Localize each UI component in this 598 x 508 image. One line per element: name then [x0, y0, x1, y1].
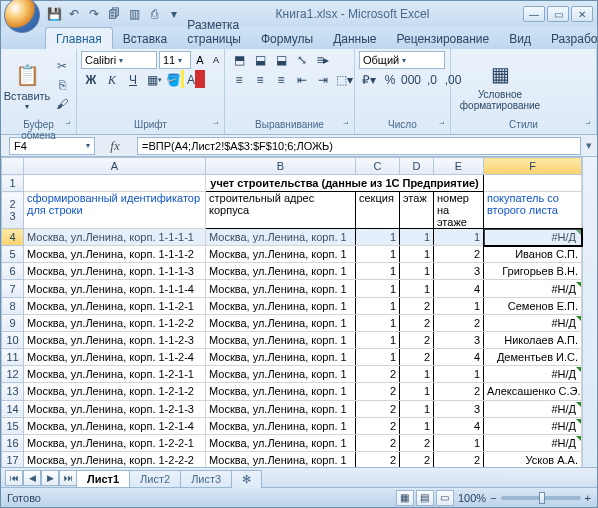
cell[interactable]: Москва, ул.Ленина, корп. 1-1-1-2 — [24, 246, 206, 263]
cut-icon[interactable]: ✂ — [53, 57, 71, 75]
zoom-out-icon[interactable]: − — [490, 492, 496, 504]
cell[interactable]: Москва, ул.Ленина, корп. 1 — [206, 314, 356, 331]
qat-icon-5[interactable]: ▥ — [126, 6, 142, 22]
row-header[interactable]: 1 — [2, 175, 24, 192]
cell[interactable]: 2 — [400, 314, 434, 331]
grow-font-icon[interactable]: A — [193, 54, 207, 66]
cell[interactable]: Москва, ул.Ленина, корп. 1 — [206, 349, 356, 366]
increase-decimal-icon[interactable]: ,0 — [422, 71, 442, 89]
cell-header[interactable]: этаж — [400, 192, 434, 229]
cell[interactable]: Москва, ул.Ленина, корп. 1 — [206, 434, 356, 451]
cell[interactable]: 4 — [434, 280, 484, 297]
tab-layout[interactable]: Разметка страницы — [177, 14, 251, 49]
cell[interactable]: Москва, ул.Ленина, корп. 1 — [206, 452, 356, 467]
cell[interactable]: Москва, ул.Ленина, корп. 1 — [206, 331, 356, 348]
cell[interactable]: Николаев А.П. — [484, 331, 582, 348]
cell[interactable]: 1 — [400, 280, 434, 297]
cell[interactable]: Москва, ул.Ленина, корп. 1-1-1-1 — [24, 229, 206, 246]
cell[interactable]: 2 — [356, 400, 400, 417]
paste-button[interactable]: 📋 Вставить ▾ — [5, 54, 49, 116]
row-header[interactable]: 4 — [2, 229, 24, 246]
cell[interactable]: 1 — [356, 263, 400, 280]
sheet-tab[interactable]: Лист1 — [76, 470, 130, 487]
cell[interactable]: 2 — [434, 246, 484, 263]
col-header[interactable]: C — [356, 158, 400, 175]
cell[interactable]: 1 — [400, 246, 434, 263]
align-center-icon[interactable]: ≡ — [250, 71, 270, 89]
tab-formulas[interactable]: Формулы — [251, 28, 323, 49]
number-format-combo[interactable]: Общий▾ — [359, 51, 445, 69]
cell[interactable]: Дементьев И.С. — [484, 349, 582, 366]
cell[interactable]: 2 — [400, 434, 434, 451]
row-header[interactable]: 11 — [2, 349, 24, 366]
cell[interactable]: Москва, ул.Ленина, корп. 1-2-1-2 — [24, 383, 206, 400]
cell[interactable]: 1 — [356, 349, 400, 366]
align-left-icon[interactable]: ≡ — [229, 71, 249, 89]
cell-header[interactable]: номер на этаже — [434, 192, 484, 229]
col-header[interactable]: F — [484, 158, 582, 175]
fx-icon[interactable]: fx — [110, 138, 119, 154]
format-painter-icon[interactable]: 🖌 — [53, 95, 71, 113]
italic-button[interactable]: К — [102, 71, 122, 89]
row-header[interactable]: 9 — [2, 314, 24, 331]
cell[interactable]: 4 — [434, 417, 484, 434]
row-header[interactable]: 6 — [2, 263, 24, 280]
cell[interactable]: 1 — [356, 280, 400, 297]
cell[interactable]: 2 — [356, 452, 400, 467]
cell[interactable]: 2 — [400, 349, 434, 366]
shrink-font-icon[interactable]: A — [209, 55, 223, 65]
cell[interactable]: Москва, ул.Ленина, корп. 1-2-1-3 — [24, 400, 206, 417]
zoom-in-icon[interactable]: + — [585, 492, 591, 504]
cell[interactable]: #Н/Д — [484, 229, 582, 246]
font-size-combo[interactable]: 11▾ — [159, 51, 191, 69]
cell[interactable]: Москва, ул.Ленина, корп. 1 — [206, 417, 356, 434]
cell[interactable]: 1 — [400, 229, 434, 246]
merge-icon[interactable]: ⬚▾ — [334, 71, 354, 89]
zoom-slider[interactable] — [501, 496, 581, 500]
increase-indent-icon[interactable]: ⇥ — [313, 71, 333, 89]
page-break-view-icon[interactable]: ▭ — [436, 490, 454, 506]
normal-view-icon[interactable]: ▦ — [396, 490, 414, 506]
row-header[interactable]: 16 — [2, 434, 24, 451]
row-header[interactable]: 7 — [2, 280, 24, 297]
cell[interactable]: 1 — [356, 314, 400, 331]
orientation-icon[interactable]: ⤡ — [292, 51, 312, 69]
col-header[interactable]: A — [24, 158, 206, 175]
tab-review[interactable]: Рецензирование — [387, 28, 500, 49]
cell[interactable]: Москва, ул.Ленина, корп. 1-2-1-1 — [24, 366, 206, 383]
cell[interactable]: Иванов С.П. — [484, 246, 582, 263]
cell[interactable]: #Н/Д — [484, 366, 582, 383]
cell[interactable]: Москва, ул.Ленина, корп. 1-1-2-2 — [24, 314, 206, 331]
cell[interactable]: 1 — [356, 229, 400, 246]
cell-header[interactable]: сформированный идентификатор для строки — [24, 192, 206, 229]
cell[interactable]: #Н/Д — [484, 417, 582, 434]
first-sheet-icon[interactable]: ⏮ — [5, 470, 23, 486]
cell[interactable]: Москва, ул.Ленина, корп. 1-1-2-4 — [24, 349, 206, 366]
cell[interactable]: 3 — [434, 263, 484, 280]
cell[interactable] — [24, 175, 206, 192]
prev-sheet-icon[interactable]: ◀ — [23, 470, 41, 486]
cell[interactable]: 1 — [400, 400, 434, 417]
cell[interactable]: Усков А.А. — [484, 452, 582, 467]
cell[interactable]: 2 — [400, 331, 434, 348]
row-header[interactable]: 23 — [2, 192, 24, 229]
zoom-level[interactable]: 100% — [458, 492, 486, 504]
tab-view[interactable]: Вид — [499, 28, 541, 49]
tab-data[interactable]: Данные — [323, 28, 386, 49]
cell[interactable]: 1 — [356, 297, 400, 314]
cell[interactable]: Москва, ул.Ленина, корп. 1-2-1-4 — [24, 417, 206, 434]
row-header[interactable]: 17 — [2, 452, 24, 467]
cell[interactable]: Москва, ул.Ленина, корп. 1-1-2-3 — [24, 331, 206, 348]
decrease-indent-icon[interactable]: ⇤ — [292, 71, 312, 89]
cell[interactable]: 1 — [434, 297, 484, 314]
underline-button[interactable]: Ч — [123, 71, 143, 89]
tab-developer[interactable]: Разработчик — [541, 28, 598, 49]
cell[interactable]: 1 — [434, 434, 484, 451]
row-header[interactable]: 8 — [2, 297, 24, 314]
cell[interactable]: 1 — [356, 246, 400, 263]
cell[interactable]: Семенов Е.П. — [484, 297, 582, 314]
cell[interactable]: 1 — [400, 417, 434, 434]
align-bottom-icon[interactable]: ⬓ — [271, 51, 291, 69]
cell[interactable]: Москва, ул.Ленина, корп. 1-2-2-1 — [24, 434, 206, 451]
close-button[interactable]: ✕ — [571, 6, 593, 22]
